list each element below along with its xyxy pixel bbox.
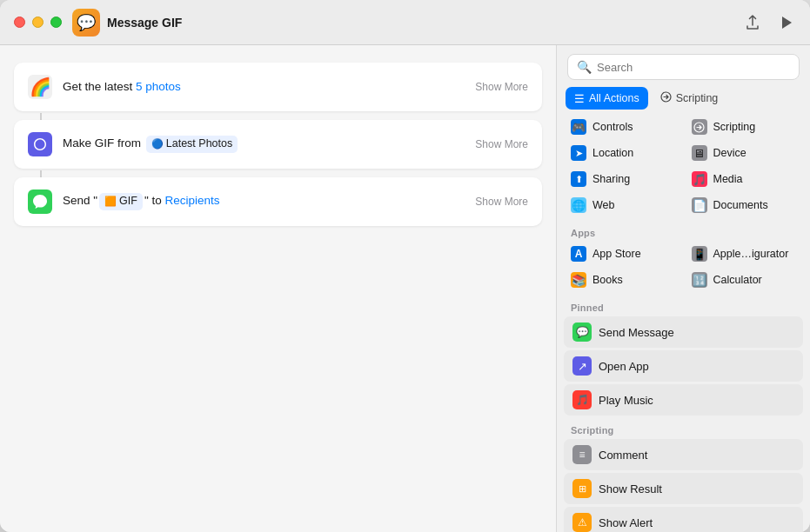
play-music-label: Play Music bbox=[599, 394, 653, 407]
sidebar-item-media[interactable]: 🎵 Media bbox=[685, 167, 804, 191]
play-button[interactable] bbox=[777, 12, 796, 33]
calculator-icon: 🔢 bbox=[692, 272, 707, 288]
location-label: Location bbox=[592, 147, 633, 159]
apps-section-label: Apps bbox=[564, 221, 803, 242]
calculator-label: Calculator bbox=[713, 274, 762, 286]
scripting-item-show-result[interactable]: ⊞ Show Result bbox=[564, 473, 803, 504]
app-store-label: App Store bbox=[592, 248, 641, 260]
scripting-cat-icon bbox=[692, 119, 707, 135]
send-message-label: Send Message bbox=[599, 326, 674, 339]
sidebar-item-calculator[interactable]: 🔢 Calculator bbox=[685, 268, 804, 292]
open-app-icon: ↗ bbox=[572, 356, 592, 376]
maximize-button[interactable] bbox=[50, 17, 62, 28]
workflow-panel: 🌈 Get the latest 5 photos Show More Make… bbox=[0, 45, 556, 532]
workflow-step-2[interactable]: Make GIF from 🔵Latest Photos Show More bbox=[14, 120, 542, 169]
scripting-item-show-alert[interactable]: ⚠ Show Alert bbox=[564, 507, 803, 532]
step3-icon bbox=[28, 190, 52, 214]
minimize-button[interactable] bbox=[32, 17, 44, 28]
tab-scripting-label: Scripting bbox=[676, 92, 719, 104]
connector-1-2 bbox=[40, 113, 42, 120]
sidebar-item-documents[interactable]: 📄 Documents bbox=[685, 193, 804, 217]
open-app-label: Open App bbox=[599, 360, 649, 373]
media-icon: 🎵 bbox=[692, 171, 707, 187]
step2-badge: 🔵Latest Photos bbox=[146, 136, 238, 153]
all-actions-icon: ☰ bbox=[574, 92, 585, 105]
web-label: Web bbox=[592, 199, 614, 211]
sidebar-item-web[interactable]: 🌐 Web bbox=[564, 193, 683, 217]
sidebar-item-scripting-cat[interactable]: Scripting bbox=[685, 115, 804, 139]
titlebar: 💬 Message GIF bbox=[0, 0, 810, 45]
pinned-section-label: Pinned bbox=[564, 296, 803, 316]
sidebar-item-sharing[interactable]: ⬆ Sharing bbox=[564, 167, 683, 191]
sidebar-item-device[interactable]: 🖥 Device bbox=[685, 141, 804, 165]
search-input[interactable] bbox=[597, 61, 790, 74]
traffic-lights bbox=[14, 17, 62, 28]
step1-link[interactable]: 5 photos bbox=[136, 80, 181, 93]
books-icon: 📚 bbox=[571, 272, 586, 288]
sidebar-item-books[interactable]: 📚 Books bbox=[564, 268, 683, 292]
titlebar-actions bbox=[742, 11, 796, 34]
step1-show-more[interactable]: Show More bbox=[475, 81, 528, 93]
sidebar-item-location[interactable]: ➤ Location bbox=[564, 141, 683, 165]
device-label: Device bbox=[713, 147, 746, 159]
play-music-icon: 🎵 bbox=[572, 390, 592, 409]
workflow-step-1[interactable]: 🌈 Get the latest 5 photos Show More bbox=[14, 63, 542, 111]
scripting-section-label: Scripting bbox=[564, 418, 803, 439]
show-alert-label: Show Alert bbox=[599, 516, 653, 529]
scripting-item-comment[interactable]: ≡ Comment bbox=[564, 439, 803, 470]
show-result-label: Show Result bbox=[599, 482, 662, 495]
pinned-item-open-app[interactable]: ↗ Open App bbox=[564, 350, 803, 382]
show-result-icon: ⊞ bbox=[572, 479, 592, 498]
step3-link[interactable]: Recipients bbox=[164, 194, 219, 207]
search-bar: 🔍 bbox=[567, 54, 800, 80]
step2-icon bbox=[28, 132, 52, 156]
pinned-item-play-music[interactable]: 🎵 Play Music bbox=[564, 384, 803, 416]
step1-icon: 🌈 bbox=[28, 75, 52, 99]
sidebar-item-controls[interactable]: 🎮 Controls bbox=[564, 115, 683, 139]
comment-label: Comment bbox=[599, 449, 647, 462]
right-panel: 🔍 ☰ All Actions Scripting bbox=[556, 45, 810, 532]
content-area: 🌈 Get the latest 5 photos Show More Make… bbox=[0, 45, 810, 532]
apple-igurator-label: Apple…igurator bbox=[713, 248, 789, 260]
controls-label: Controls bbox=[592, 121, 633, 133]
main-window: 💬 Message GIF 🌈 Get the bbox=[0, 0, 810, 532]
sidebar-item-app-store[interactable]: A App Store bbox=[564, 242, 683, 266]
category-tabs: ☰ All Actions Scripting bbox=[557, 87, 810, 110]
comment-icon: ≡ bbox=[572, 445, 592, 464]
connector-2-3 bbox=[40, 170, 42, 177]
sharing-label: Sharing bbox=[592, 173, 630, 185]
documents-label: Documents bbox=[713, 199, 768, 211]
step2-text: Make GIF from 🔵Latest Photos bbox=[63, 136, 475, 153]
sidebar-item-apple-igurator[interactable]: 📱 Apple…igurator bbox=[685, 242, 804, 266]
tab-all-actions[interactable]: ☰ All Actions bbox=[566, 87, 648, 110]
step1-text: Get the latest 5 photos bbox=[63, 79, 475, 96]
app-store-icon: A bbox=[571, 246, 586, 262]
scripting-tab-icon bbox=[660, 91, 672, 105]
search-icon: 🔍 bbox=[577, 60, 592, 74]
step3-badge: 🟧GIF bbox=[99, 193, 143, 210]
tab-all-actions-label: All Actions bbox=[589, 92, 639, 104]
books-label: Books bbox=[592, 274, 623, 286]
category-grid: 🎮 Controls Scripting ➤ Location bbox=[564, 115, 803, 217]
location-icon: ➤ bbox=[571, 145, 586, 161]
step2-show-more[interactable]: Show More bbox=[475, 138, 528, 150]
workflow-step-3[interactable]: Send "🟧GIF" to Recipients Show More bbox=[14, 177, 542, 226]
apple-igurator-icon: 📱 bbox=[692, 246, 707, 262]
pinned-item-send-message[interactable]: 💬 Send Message bbox=[564, 316, 803, 348]
show-alert-icon: ⚠ bbox=[572, 513, 592, 532]
step3-text: Send "🟧GIF" to Recipients bbox=[63, 193, 475, 210]
step3-show-more[interactable]: Show More bbox=[475, 196, 528, 208]
app-title-area: 💬 Message GIF bbox=[72, 9, 742, 37]
documents-icon: 📄 bbox=[692, 197, 707, 213]
close-button[interactable] bbox=[14, 17, 25, 28]
send-message-icon: 💬 bbox=[572, 323, 592, 342]
web-icon: 🌐 bbox=[571, 197, 586, 213]
app-icon: 💬 bbox=[72, 9, 100, 37]
media-label: Media bbox=[713, 173, 743, 185]
share-button[interactable] bbox=[742, 11, 763, 34]
tab-scripting[interactable]: Scripting bbox=[652, 87, 727, 110]
scripting-cat-label: Scripting bbox=[713, 121, 756, 133]
sidebar-list: 🎮 Controls Scripting ➤ Location bbox=[557, 115, 810, 532]
apps-grid: A App Store 📱 Apple…igurator 📚 Books 🔢 C… bbox=[564, 242, 803, 292]
controls-icon: 🎮 bbox=[571, 119, 586, 135]
